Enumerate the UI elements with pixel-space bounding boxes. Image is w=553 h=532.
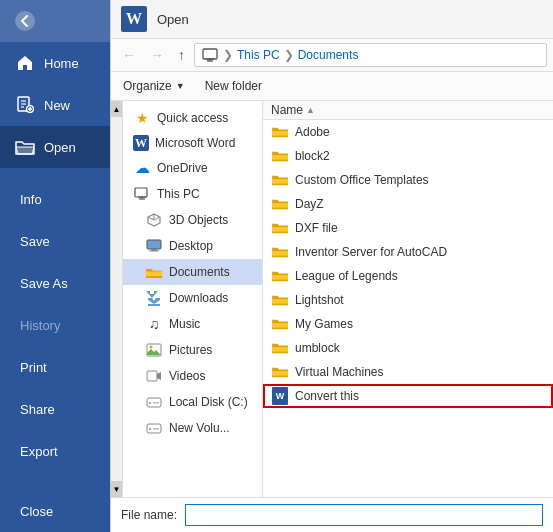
nav-item-pictures[interactable]: Pictures (123, 337, 262, 363)
downloads-icon (145, 289, 163, 307)
breadcrumb-documents[interactable]: Documents (298, 48, 359, 62)
svg-point-29 (149, 402, 151, 404)
list-item[interactable]: My Games (263, 312, 553, 336)
breadcrumb-this-pc[interactable]: This PC (237, 48, 280, 62)
nav-item-this-pc[interactable]: This PC (123, 181, 262, 207)
info-label: Info (14, 192, 42, 207)
svg-rect-20 (147, 240, 161, 249)
print-label: Print (14, 360, 47, 375)
list-item[interactable]: Adobe (263, 120, 553, 144)
save-as-label: Save As (14, 276, 68, 291)
nav-item-documents[interactable]: Documents (123, 259, 262, 285)
list-item[interactable]: Virtual Machines (263, 360, 553, 384)
breadcrumb[interactable]: ❯ This PC ❯ Documents (194, 43, 547, 67)
list-item[interactable]: League of Legends (263, 264, 553, 288)
videos-icon (145, 367, 163, 385)
nav-item-word[interactable]: W Microsoft Word (123, 131, 262, 155)
folder-block2-icon (271, 147, 289, 165)
svg-line-19 (148, 217, 154, 220)
nav-panel: ★ Quick access W Microsoft Word ☁ OneDri… (123, 101, 263, 497)
folder-adobe-icon (271, 123, 289, 141)
sidebar-item-print[interactable]: Print (0, 346, 110, 388)
disk-c-icon (145, 393, 163, 411)
back-nav-button[interactable]: ← (117, 44, 141, 66)
sidebar-item-save-as[interactable]: Save As (0, 262, 110, 304)
nav-label-quick-access: Quick access (157, 111, 228, 125)
documents-folder-icon (145, 263, 163, 281)
sidebar-item-save[interactable]: Save (0, 220, 110, 262)
sidebar-item-home[interactable]: Home (0, 42, 110, 84)
nav-item-videos[interactable]: Videos (123, 363, 262, 389)
nav-item-3d-objects[interactable]: 3D Objects (123, 207, 262, 233)
list-item[interactable]: block2 (263, 144, 553, 168)
list-item[interactable]: Inventor Server for AutoCAD (263, 240, 553, 264)
file-list-panel: Name ▲ Adobe block2 (263, 101, 553, 497)
svg-rect-8 (203, 49, 217, 59)
nav-item-onedrive[interactable]: ☁ OneDrive (123, 155, 262, 181)
sidebar-item-share[interactable]: Share (0, 388, 110, 430)
folder-custom-icon (271, 171, 289, 189)
file-name-block2: block2 (295, 149, 330, 163)
folder-dayz-icon (271, 195, 289, 213)
nav-item-downloads[interactable]: Downloads (123, 285, 262, 311)
word-file-convert-icon: W (271, 387, 289, 405)
nav-item-desktop[interactable]: Desktop (123, 233, 262, 259)
nav-label-music: Music (169, 317, 200, 331)
filename-input[interactable] (185, 504, 543, 526)
nav-item-quick-access[interactable]: ★ Quick access (123, 105, 262, 131)
folder-dxf-icon (271, 219, 289, 237)
file-name-dayz: DayZ (295, 197, 324, 211)
word-sidebar: Home New (0, 0, 110, 532)
nav-label-downloads: Downloads (169, 291, 228, 305)
sidebar-item-history[interactable]: History (0, 304, 110, 346)
sidebar-item-new[interactable]: New (0, 84, 110, 126)
nav-label-videos: Videos (169, 369, 205, 383)
breadcrumb-arrow1: ❯ (223, 48, 233, 62)
list-item[interactable]: Custom Office Templates (263, 168, 553, 192)
sidebar-item-info[interactable]: Info (0, 178, 110, 220)
forward-nav-button[interactable]: → (145, 44, 169, 66)
sidebar-item-open[interactable]: Open (0, 126, 110, 168)
list-item[interactable]: umblock (263, 336, 553, 360)
nav-item-new-volume[interactable]: New Volu... (123, 415, 262, 441)
share-label: Share (14, 402, 55, 417)
history-label: History (14, 318, 60, 333)
folder-vm-icon (271, 363, 289, 381)
file-name-vm: Virtual Machines (295, 365, 384, 379)
filename-label: File name: (121, 508, 177, 522)
nav-item-local-disk-c[interactable]: Local Disk (C:) (123, 389, 262, 415)
file-name-adobe: Adobe (295, 125, 330, 139)
close-label: Close (14, 504, 53, 519)
breadcrumb-arrow2: ❯ (284, 48, 294, 62)
svg-rect-12 (135, 188, 147, 197)
list-item[interactable]: DayZ (263, 192, 553, 216)
list-item[interactable]: DXF file (263, 216, 553, 240)
sort-icon: ▲ (306, 105, 315, 115)
nav-label-documents: Documents (169, 265, 230, 279)
svg-rect-26 (147, 371, 157, 381)
star-icon: ★ (133, 109, 151, 127)
list-item-convert[interactable]: W Convert this (263, 384, 553, 408)
sidebar-item-export[interactable]: Export (0, 430, 110, 472)
svg-marker-27 (157, 372, 161, 380)
nav-scroll-down[interactable]: ▼ (111, 481, 122, 497)
home-label: Home (44, 56, 79, 71)
new-doc-icon (14, 96, 36, 114)
back-button[interactable] (0, 0, 110, 42)
svg-rect-30 (153, 402, 159, 404)
file-name-mygames: My Games (295, 317, 353, 331)
dialog-content: ▲ ▼ ★ Quick access W Microsoft Word ☁ On… (111, 101, 553, 497)
new-folder-button[interactable]: New folder (199, 76, 268, 96)
word-app-icon: W (121, 6, 147, 32)
up-nav-button[interactable]: ↑ (173, 44, 190, 66)
organize-dropdown-icon: ▼ (176, 81, 185, 91)
breadcrumb-pc-icon (201, 47, 219, 63)
save-label: Save (14, 234, 50, 249)
organize-button[interactable]: Organize ▼ (117, 76, 191, 96)
nav-scroll-up[interactable]: ▲ (111, 101, 122, 117)
list-item[interactable]: Lightshot (263, 288, 553, 312)
new-label: New (44, 98, 70, 113)
svg-rect-33 (153, 428, 159, 430)
sidebar-item-close[interactable]: Close (0, 490, 110, 532)
nav-item-music[interactable]: ♫ Music (123, 311, 262, 337)
